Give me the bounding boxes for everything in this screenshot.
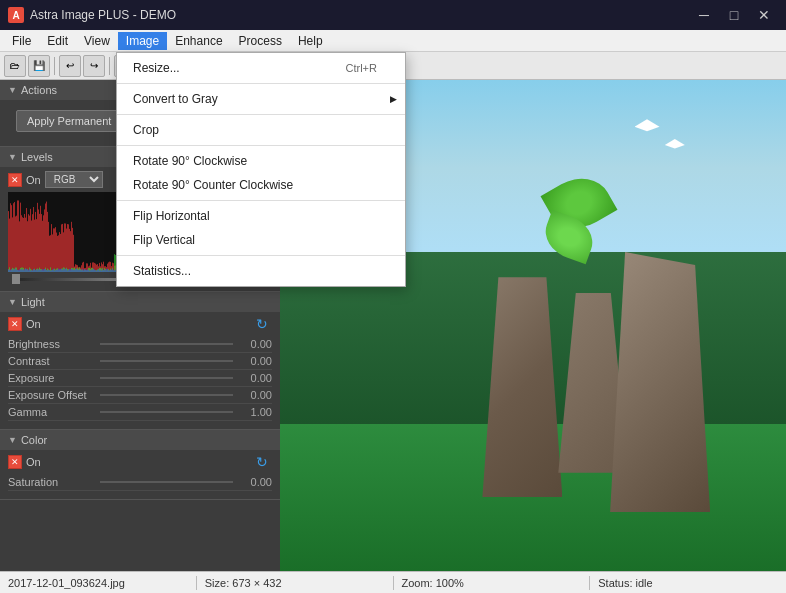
- dropdown-sep-4: [117, 200, 405, 201]
- dropdown-sep-3: [117, 145, 405, 146]
- saturation-slider[interactable]: [100, 481, 233, 483]
- status-filename: 2017-12-01_093624.jpg: [8, 577, 188, 589]
- img-rock-right: [610, 252, 710, 512]
- menu-edit[interactable]: Edit: [39, 32, 76, 50]
- title-bar-controls: ─ □ ✕: [690, 4, 778, 26]
- title-bar: A Astra Image PLUS - DEMO ─ □ ✕: [0, 0, 786, 30]
- status-bar: 2017-12-01_093624.jpg Size: 673 × 432 Zo…: [0, 571, 786, 593]
- exposure-offset-slider[interactable]: [100, 394, 233, 396]
- exposure-offset-label: Exposure Offset: [8, 389, 96, 401]
- color-label: Color: [21, 434, 47, 446]
- gamma-label: Gamma: [8, 406, 96, 418]
- menu-help[interactable]: Help: [290, 32, 331, 50]
- menu-view[interactable]: View: [76, 32, 118, 50]
- dropdown-sep-2: [117, 114, 405, 115]
- menu-rotate-ccw[interactable]: Rotate 90° Counter Clockwise: [117, 173, 405, 197]
- menu-rotate-ccw-label: Rotate 90° Counter Clockwise: [133, 178, 293, 192]
- toolbar-btn-1[interactable]: 🗁: [4, 55, 26, 77]
- toolbar-btn-4[interactable]: ↪: [83, 55, 105, 77]
- color-on-row: ✕ On ↻: [8, 454, 272, 470]
- menu-bar: File Edit View Image Enhance Process Hel…: [0, 30, 786, 52]
- light-header[interactable]: ▼ Light: [0, 292, 280, 312]
- contrast-slider[interactable]: [100, 360, 233, 362]
- menu-resize[interactable]: Resize... Ctrl+R: [117, 56, 405, 80]
- minimize-button[interactable]: ─: [690, 4, 718, 26]
- color-section: ▼ Color ✕ On ↻ Saturation 0.00: [0, 430, 280, 500]
- color-refresh-icon[interactable]: ↻: [256, 454, 272, 470]
- image-dropdown-menu: Resize... Ctrl+R Convert to Gray Crop Ro…: [116, 52, 406, 287]
- app-icon: A: [8, 7, 24, 23]
- exposure-row: Exposure 0.00: [8, 370, 272, 387]
- levels-checkbox[interactable]: ✕: [8, 173, 22, 187]
- exposure-offset-row: Exposure Offset 0.00: [8, 387, 272, 404]
- menu-process[interactable]: Process: [231, 32, 290, 50]
- brightness-value: 0.00: [237, 338, 272, 350]
- menu-convert-gray-label: Convert to Gray: [133, 92, 218, 106]
- color-header[interactable]: ▼ Color: [0, 430, 280, 450]
- menu-convert-to-gray[interactable]: Convert to Gray: [117, 87, 405, 111]
- title-bar-text: Astra Image PLUS - DEMO: [30, 8, 690, 22]
- light-content: ✕ On ↻ Brightness 0.00 Contrast 0.00 Exp…: [0, 312, 280, 429]
- menu-flip-h-label: Flip Horizontal: [133, 209, 210, 223]
- menu-crop[interactable]: Crop: [117, 118, 405, 142]
- actions-label: Actions: [21, 84, 57, 96]
- maximize-button[interactable]: □: [720, 4, 748, 26]
- saturation-row: Saturation 0.00: [8, 474, 272, 491]
- menu-crop-label: Crop: [133, 123, 159, 137]
- light-on-row: ✕ On ↻: [8, 316, 272, 332]
- apply-permanent-button[interactable]: Apply Permanent: [16, 110, 122, 132]
- levels-on-label: On: [26, 174, 41, 186]
- gamma-slider[interactable]: [100, 411, 233, 413]
- color-checkbox[interactable]: ✕: [8, 455, 22, 469]
- light-checkbox[interactable]: ✕: [8, 317, 22, 331]
- close-button[interactable]: ✕: [750, 4, 778, 26]
- exposure-label: Exposure: [8, 372, 96, 384]
- status-idle: Status: idle: [598, 577, 778, 589]
- exposure-value: 0.00: [237, 372, 272, 384]
- black-point-thumb[interactable]: [12, 274, 20, 284]
- actions-arrow: ▼: [8, 85, 17, 95]
- exposure-slider[interactable]: [100, 377, 233, 379]
- menu-image[interactable]: Image: [118, 32, 167, 50]
- toolbar-btn-3[interactable]: ↩: [59, 55, 81, 77]
- status-div-2: [393, 576, 394, 590]
- menu-rotate-cw-label: Rotate 90° Clockwise: [133, 154, 247, 168]
- contrast-label: Contrast: [8, 355, 96, 367]
- toolbar-separator-1: [54, 57, 55, 75]
- menu-resize-shortcut: Ctrl+R: [346, 62, 377, 74]
- menu-resize-label: Resize...: [133, 61, 180, 75]
- light-section: ▼ Light ✕ On ↻ Brightness 0.00 Contrast …: [0, 292, 280, 430]
- status-div-3: [589, 576, 590, 590]
- status-div-1: [196, 576, 197, 590]
- saturation-label: Saturation: [8, 476, 96, 488]
- levels-rgb-select[interactable]: RGB Red Green Blue: [45, 171, 103, 188]
- contrast-value: 0.00: [237, 355, 272, 367]
- menu-flip-h[interactable]: Flip Horizontal: [117, 204, 405, 228]
- light-arrow: ▼: [8, 297, 17, 307]
- brightness-label: Brightness: [8, 338, 96, 350]
- dropdown-sep-1: [117, 83, 405, 84]
- levels-label: Levels: [21, 151, 53, 163]
- dropdown-sep-5: [117, 255, 405, 256]
- menu-statistics-label: Statistics...: [133, 264, 191, 278]
- levels-arrow: ▼: [8, 152, 17, 162]
- color-arrow: ▼: [8, 435, 17, 445]
- toolbar-btn-2[interactable]: 💾: [28, 55, 50, 77]
- light-label: Light: [21, 296, 45, 308]
- toolbar-separator-2: [109, 57, 110, 75]
- light-on-label: On: [26, 318, 41, 330]
- exposure-offset-value: 0.00: [237, 389, 272, 401]
- menu-flip-v[interactable]: Flip Vertical: [117, 228, 405, 252]
- color-on-label: On: [26, 456, 41, 468]
- menu-flip-v-label: Flip Vertical: [133, 233, 195, 247]
- light-refresh-icon[interactable]: ↻: [256, 316, 272, 332]
- contrast-row: Contrast 0.00: [8, 353, 272, 370]
- menu-file[interactable]: File: [4, 32, 39, 50]
- status-size: Size: 673 × 432: [205, 577, 385, 589]
- brightness-row: Brightness 0.00: [8, 336, 272, 353]
- brightness-slider[interactable]: [100, 343, 233, 345]
- gamma-value: 1.00: [237, 406, 272, 418]
- menu-rotate-cw[interactable]: Rotate 90° Clockwise: [117, 149, 405, 173]
- menu-statistics[interactable]: Statistics...: [117, 259, 405, 283]
- menu-enhance[interactable]: Enhance: [167, 32, 230, 50]
